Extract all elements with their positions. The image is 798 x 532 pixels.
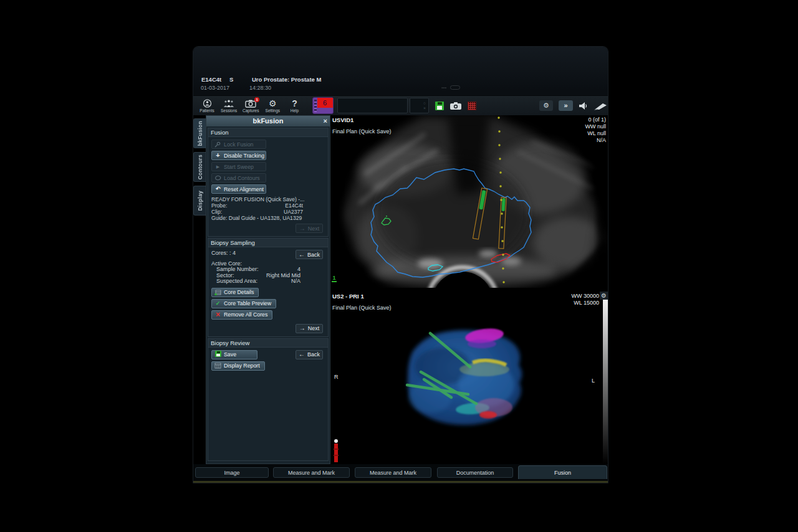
window-level: WL 15000: [571, 300, 599, 306]
back-arrow-icon: ←: [299, 252, 305, 258]
window-width: WW null: [585, 123, 607, 130]
remove-all-cores-button[interactable]: × Remove All Cores: [211, 310, 272, 320]
speaker-icon[interactable]: [579, 102, 588, 110]
study-name: Uro Prostate: Prostate M: [252, 76, 321, 83]
snapshot-button[interactable]: [449, 102, 462, 110]
attach-icon: ○: [423, 101, 426, 106]
bkfusion-panel: bkFusion × Fusion Lock Fusion: [206, 115, 330, 464]
captures-button[interactable]: 1 Captures: [240, 99, 261, 113]
tab-documentation[interactable]: Documentation: [437, 467, 513, 478]
core-details-icon: [214, 290, 221, 295]
help-icon: ?: [292, 99, 297, 108]
save-button[interactable]: Save: [211, 350, 257, 359]
orientation-right-marker: R: [334, 374, 339, 380]
plan-label: Final Plan (Quick Save): [332, 128, 392, 135]
settings-button[interactable]: ⚙ Settings: [262, 99, 283, 113]
grid-capture-button[interactable]: [468, 102, 476, 110]
model-3d-viewport[interactable]: US2 - PRI 1 Final Plan (Quick Save) WW 3…: [330, 292, 608, 464]
tab-fusion[interactable]: Fusion: [518, 465, 607, 479]
crosshair-icon: +: [214, 152, 221, 159]
back-arrow-icon: ←: [299, 351, 305, 358]
panel-title: bkFusion: [253, 117, 284, 125]
clip-value: UA2377: [284, 209, 303, 215]
fusion-section-title: Fusion: [208, 128, 328, 137]
expand-toolbar-button[interactable]: »: [559, 100, 573, 111]
core-details-button[interactable]: Core Details: [211, 288, 259, 297]
remove-icon: ×: [214, 311, 221, 318]
window-width: WW 30000: [571, 293, 599, 300]
help-button[interactable]: ? Help: [284, 99, 305, 113]
toolbar-field-1[interactable]: [337, 98, 408, 113]
ultrasound-viewport[interactable]: USVID1 Final Plan (Quick Save) 0 (of 1) …: [330, 115, 608, 288]
next-arrow-icon: →: [299, 226, 305, 232]
report-icon: [214, 363, 221, 369]
clear-icon: ×: [423, 106, 426, 111]
review-back-button[interactable]: ← Back: [296, 350, 323, 359]
fusion-next-button[interactable]: → Next: [296, 224, 323, 233]
biopsy-review-title: Biopsy Review: [208, 339, 328, 348]
save-image-button[interactable]: [435, 102, 444, 110]
lock-fusion-button[interactable]: Lock Fusion: [211, 140, 266, 149]
sessions-icon: [223, 99, 235, 108]
play-icon: ▶: [214, 163, 221, 170]
tab-image[interactable]: Image: [195, 467, 269, 478]
sampling-back-button[interactable]: ← Back: [296, 250, 323, 259]
biopsy-review-section: Biopsy Review Save ←: [208, 338, 329, 462]
probe-label: Probe:: [211, 202, 227, 209]
panel-title-bar: bkFusion ×: [206, 116, 330, 126]
exam-time: 14:28:30: [249, 85, 271, 91]
patients-button[interactable]: Patients: [196, 99, 218, 113]
ultrasound-image: [330, 115, 608, 288]
screen-background: E14C4t S Uro Prostate: Prostate M 01-03-…: [0, 0, 798, 532]
viewport-gear-icon[interactable]: ⚙: [600, 292, 608, 300]
biopsy-sampling-section: Biopsy Sampling Cores: : 4 ← Back Active…: [208, 238, 329, 337]
biopsy-sampling-title: Biopsy Sampling: [208, 239, 328, 247]
sessions-button[interactable]: Sessions: [218, 99, 239, 113]
toolbar-field-2[interactable]: ○ ×: [410, 98, 429, 113]
cores-count: Cores: : 4: [211, 250, 236, 256]
main-toolbar: Patients Sessions 1 Captures ⚙ Settings: [193, 95, 608, 115]
save-floppy-icon: [214, 351, 221, 359]
check-icon: ✓: [214, 300, 221, 307]
na-label: N/A: [585, 137, 607, 144]
prostate-3d-image: [330, 292, 608, 464]
collapsed-indicator: •••: [441, 85, 460, 90]
guide-line: Guide: Dual Guide - UA1328, UA1329: [211, 215, 325, 221]
core-table-preview-button[interactable]: ✓ Core Table Preview: [211, 299, 276, 308]
window-level: WL null: [585, 130, 607, 137]
clip-label: Clip:: [211, 209, 222, 215]
disable-tracking-button[interactable]: + Disable Tracking: [211, 151, 266, 160]
viewport-name: US2 - PRI 1: [332, 293, 364, 300]
next-arrow-icon: →: [299, 325, 305, 331]
patient-bar: E14C4t S Uro Prostate: Prostate M 01-03-…: [193, 74, 608, 95]
tab-measure-and-mark-2[interactable]: Measure and Mark: [355, 467, 431, 478]
sampling-next-button[interactable]: → Next: [296, 324, 323, 333]
side-tab-bkfusion[interactable]: bkFusion: [193, 118, 206, 148]
suspected-area-label: Suspected Area:: [216, 278, 257, 285]
load-contours-button[interactable]: Load Contours: [211, 173, 266, 183]
undo-icon: ↶: [214, 186, 221, 192]
grayscale-map-bar[interactable]: [602, 292, 608, 464]
marker-pen-icon[interactable]: [594, 101, 608, 110]
patient-flag: S: [229, 76, 233, 83]
side-tab-contours[interactable]: Contours: [193, 152, 206, 182]
tools-gear-button[interactable]: ⚙: [539, 100, 553, 111]
patients-icon: [203, 99, 212, 108]
tab-measure-and-mark-1[interactable]: Measure and Mark: [273, 467, 350, 478]
reset-alignment-button[interactable]: ↶ Reset Alignment: [211, 184, 266, 194]
probe-number: 6: [317, 98, 333, 108]
slice-marker: 1: [332, 275, 337, 282]
suspected-area-value: N/A: [291, 278, 300, 285]
pin-icon: [214, 141, 221, 148]
side-tab-display[interactable]: Display: [193, 186, 206, 216]
gear-icon: ⚙: [269, 99, 277, 108]
close-icon[interactable]: ×: [324, 116, 327, 126]
exam-date: 01-03-2017: [201, 85, 229, 91]
viewport-info: WW 30000 WL 15000: [571, 293, 599, 306]
app-window: E14C4t S Uro Prostate: Prostate M 01-03-…: [193, 47, 608, 483]
probe-indicator[interactable]: 6: [312, 97, 333, 114]
display-report-button[interactable]: Display Report: [211, 361, 265, 371]
orientation-left-marker: L: [592, 378, 595, 384]
start-sweep-button[interactable]: ▶ Start Sweep: [211, 162, 266, 171]
workflow-tab-bar: Image Measure and Mark Measure and Mark …: [193, 464, 608, 483]
